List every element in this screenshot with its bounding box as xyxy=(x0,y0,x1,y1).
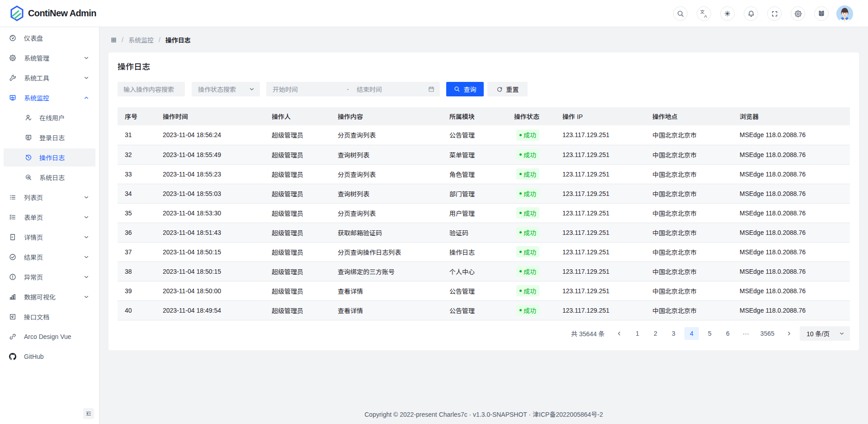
svg-text:A: A xyxy=(704,13,707,18)
